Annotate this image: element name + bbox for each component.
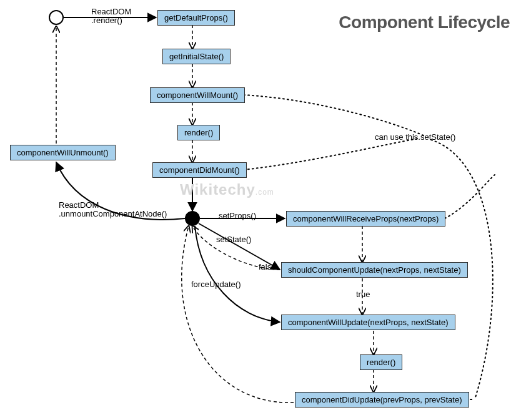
hub-node (185, 211, 200, 226)
label-true: true (356, 290, 370, 299)
node-shouldComponentUpdate: shouldComponentUpdate(nextProps, nextSta… (281, 262, 468, 278)
label-can-use-setstate: can use this.setState() (375, 132, 455, 142)
node-componentWillUpdate: componentWillUpdate(nextProps, nextState… (281, 315, 455, 330)
watermark: Wikitechy.com (180, 181, 274, 198)
label-reactdom-unmount: ReactDOM .unmountComponentAtNode() (59, 201, 167, 218)
node-componentDidMount: componentDidMount() (152, 162, 247, 178)
label-false: false (259, 262, 275, 271)
label-forceUpdate: forceUpdate() (191, 280, 241, 289)
label-setProps: setProps() (219, 211, 256, 220)
node-render-update: render() (360, 354, 402, 370)
label-reactdom-render: ReactDOM .render() (91, 7, 131, 25)
watermark-main: Wikitechy (180, 181, 256, 198)
node-getDefaultProps: getDefaultProps() (157, 10, 235, 26)
label-setState: setState() (216, 235, 251, 244)
node-componentWillMount: componentWillMount() (150, 87, 245, 103)
diagram-title: Component Lifecycle (339, 12, 510, 32)
node-render-mount: render() (177, 125, 220, 140)
node-getInitialState: getInitialState() (162, 49, 231, 64)
watermark-suffix: .com (256, 188, 274, 197)
node-componentWillUnmount: componentWillUnmount() (10, 145, 116, 160)
node-componentWillReceiveProps: componentWillReceiveProps(nextProps) (286, 211, 445, 227)
start-node (49, 10, 64, 25)
node-componentDidUpdate: componentDidUpdate(prevProps, prevState) (295, 392, 469, 408)
